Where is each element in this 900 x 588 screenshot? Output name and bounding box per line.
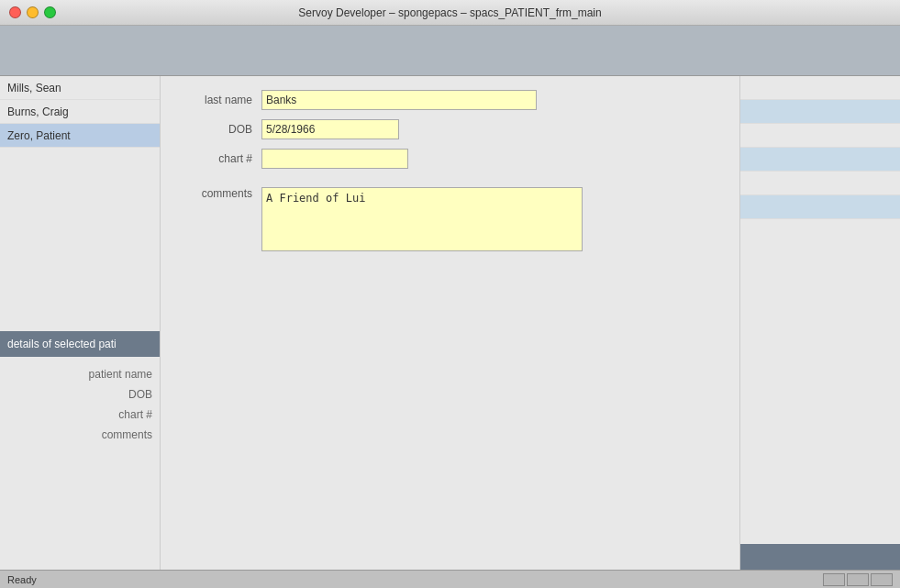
window-controls[interactable] (9, 6, 56, 18)
main-content: Mills, Sean Burns, Craig Zero, Patient d… (0, 76, 900, 570)
status-seg-1 (823, 573, 845, 586)
patient-item-burns[interactable]: Burns, Craig (0, 100, 160, 124)
center-panel: last name DOB chart # comments A Friend … (161, 76, 739, 570)
detail-comments: comments (0, 425, 160, 445)
right-row-4 (740, 148, 900, 172)
last-name-label: last name (179, 94, 252, 106)
minimize-button[interactable] (27, 6, 39, 18)
right-header (740, 544, 900, 570)
dob-label: DOB (179, 123, 252, 136)
detail-patient-name: patient name (0, 364, 160, 384)
right-row-5 (740, 172, 900, 195)
status-seg-2 (847, 573, 869, 586)
left-panel: Mills, Sean Burns, Craig Zero, Patient d… (0, 76, 161, 570)
right-row-3 (740, 124, 900, 148)
right-spacer (740, 219, 900, 544)
details-body: patient name DOB chart # comments (0, 357, 160, 452)
status-text: Ready (7, 574, 37, 585)
last-name-input[interactable] (261, 90, 537, 110)
window-title: Servoy Developer – spongepacs – spacs_PA… (298, 6, 601, 19)
status-seg-3 (871, 573, 893, 586)
comments-textarea[interactable]: A Friend of Lui (261, 187, 583, 251)
close-button[interactable] (9, 6, 21, 18)
comments-row: comments A Friend of Lui (179, 187, 721, 251)
chart-input[interactable] (261, 149, 408, 169)
toolbar (0, 26, 900, 76)
patient-item-mills[interactable]: Mills, Sean (0, 76, 160, 100)
dob-row: DOB (179, 119, 721, 139)
patient-item-zero[interactable]: Zero, Patient (0, 124, 160, 148)
details-header: details of selected pati (0, 331, 160, 357)
detail-chart: chart # (0, 405, 160, 425)
right-row-2 (740, 100, 900, 124)
comments-label: comments (179, 187, 252, 200)
detail-dob: DOB (0, 384, 160, 405)
chart-label: chart # (179, 152, 252, 165)
right-row-6 (740, 195, 900, 219)
right-panel (739, 76, 900, 570)
status-segments (823, 573, 893, 586)
patient-list: Mills, Sean Burns, Craig Zero, Patient (0, 76, 160, 148)
maximize-button[interactable] (44, 6, 56, 18)
status-bar: Ready (0, 570, 900, 588)
last-name-row: last name (179, 90, 721, 110)
title-bar: Servoy Developer – spongepacs – spacs_PA… (0, 0, 900, 26)
left-spacer (0, 148, 160, 331)
right-row-1 (740, 76, 900, 100)
details-section: details of selected pati patient name DO… (0, 331, 160, 452)
chart-row: chart # (179, 149, 721, 169)
left-panel-main: Mills, Sean Burns, Craig Zero, Patient d… (0, 76, 160, 570)
dob-input[interactable] (261, 119, 399, 139)
